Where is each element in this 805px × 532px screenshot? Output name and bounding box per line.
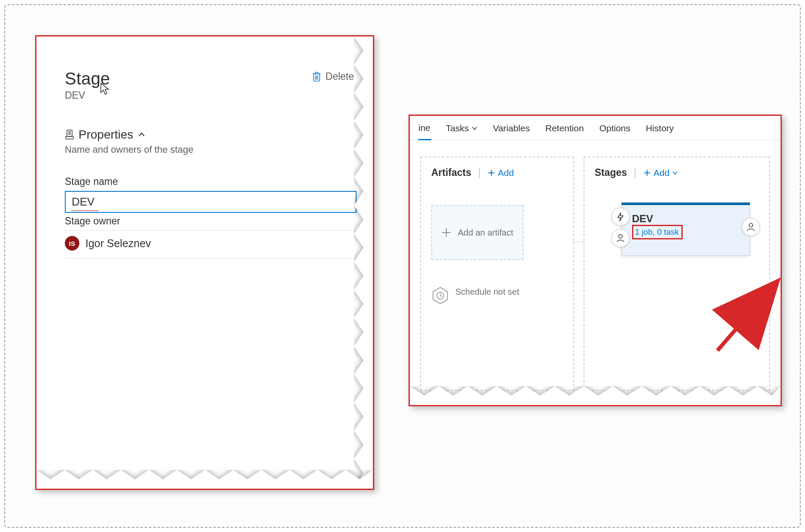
tab-tasks-label: Tasks (446, 123, 469, 133)
add-stage-label: Add (654, 168, 669, 178)
tab-pipeline-partial[interactable]: ine (418, 120, 431, 140)
artifacts-heading: Artifacts (431, 167, 471, 178)
properties-section-toggle[interactable]: Properties (65, 128, 145, 142)
divider: | (475, 167, 483, 178)
stage-name-input[interactable] (65, 191, 357, 213)
add-artifact-card[interactable]: Add an artifact (431, 205, 524, 260)
pipeline-visual-editor: ine Tasks Variables Retention Options Hi… (409, 115, 782, 406)
delete-label: Delete (326, 71, 354, 82)
clock-icon (436, 291, 445, 300)
add-artifact-card-label: Add an artifact (458, 227, 513, 238)
svg-marker-10 (410, 386, 781, 405)
annotation-arrow (709, 278, 782, 355)
editor-tabs: ine Tasks Variables Retention Options Hi… (410, 116, 781, 140)
divider: | (631, 167, 639, 178)
chevron-up-icon (138, 128, 145, 142)
delete-stage-button[interactable]: Delete (309, 69, 357, 84)
lightning-icon (616, 212, 625, 221)
tab-retention[interactable]: Retention (545, 121, 585, 139)
owner-name: Igor Seleznev (85, 237, 151, 250)
schedule-label: Schedule not set (455, 287, 519, 297)
artifacts-column: Artifacts | Add Add an artifact (420, 157, 574, 391)
tab-variables[interactable]: Variables (492, 121, 531, 139)
composite-screenshot-frame: Stage DEV Delete P (4, 4, 801, 528)
tab-tasks[interactable]: Tasks (445, 121, 478, 139)
torn-edge-bottom (36, 470, 373, 489)
svg-marker-4 (36, 470, 373, 489)
svg-point-7 (618, 235, 622, 238)
stage-owner-label: Stage owner (65, 215, 357, 227)
properties-subtitle: Name and owners of the stage (65, 144, 357, 155)
chevron-down-icon (472, 123, 478, 133)
stages-heading: Stages (595, 167, 627, 178)
svg-rect-2 (66, 136, 73, 139)
svg-point-8 (749, 224, 752, 227)
plus-icon (441, 227, 452, 238)
stage-card-title: DEV (632, 213, 740, 225)
post-deploy-approvers-button[interactable] (742, 218, 760, 236)
stage-properties-panel: Stage DEV Delete P (35, 35, 374, 490)
spellcheck-squiggle (72, 210, 98, 211)
person-icon (746, 222, 756, 232)
stage-owner-row[interactable]: IS Igor Seleznev (65, 230, 357, 259)
schedule-icon (431, 287, 449, 305)
svg-line-9 (717, 286, 773, 351)
add-artifact-link[interactable]: Add (487, 168, 514, 178)
server-icon (65, 130, 74, 140)
add-artifact-label: Add (498, 168, 514, 178)
stage-card-dev[interactable]: DEV 1 job, 0 task (621, 203, 750, 256)
tab-options[interactable]: Options (599, 121, 631, 139)
schedule-row[interactable]: Schedule not set (431, 287, 563, 305)
add-stage-link[interactable]: Add (643, 168, 678, 178)
stage-name-subheading: DEV (65, 90, 110, 101)
trash-icon (312, 71, 321, 82)
stages-column: Stages | Add (584, 157, 770, 391)
stage-heading: Stage (65, 69, 110, 88)
svg-marker-3 (354, 36, 373, 489)
person-icon (616, 233, 625, 243)
stage-connector-line (572, 242, 584, 242)
plus-icon (487, 169, 495, 177)
stage-card-tasks-annotation-box: 1 job, 0 task (632, 225, 683, 239)
stage-name-label: Stage name (65, 176, 357, 187)
avatar: IS (65, 236, 79, 251)
pre-deploy-approvers-button[interactable] (611, 229, 629, 247)
pre-deploy-trigger-button[interactable] (611, 208, 629, 226)
torn-edge-bottom (410, 386, 781, 405)
chevron-down-icon (672, 168, 678, 178)
tab-history[interactable]: History (645, 121, 675, 139)
properties-heading: Properties (79, 128, 133, 142)
torn-edge-right (354, 36, 373, 489)
plus-icon (643, 169, 651, 177)
stage-card-tasks-link[interactable]: 1 job, 0 task (635, 227, 679, 237)
